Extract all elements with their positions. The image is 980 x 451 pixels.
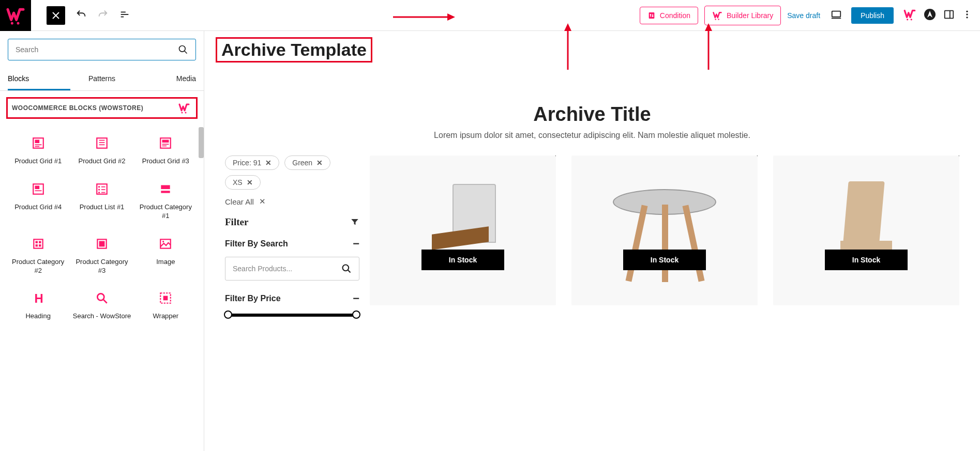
annotation-arrow-1 xyxy=(393,12,455,22)
svg-point-28 xyxy=(966,13,968,15)
filter-chip-price[interactable]: Price: 91✕ xyxy=(225,155,279,170)
tab-patterns[interactable]: Patterns xyxy=(70,68,133,90)
builder-library-button[interactable]: Builder Library xyxy=(704,6,781,25)
svg-rect-56 xyxy=(161,185,170,189)
filter-by-search-toggle[interactable]: Filter By Search − xyxy=(225,238,359,250)
collapse-icon: − xyxy=(353,293,359,304)
sidebar-scrollbar[interactable] xyxy=(199,127,204,158)
svg-rect-62 xyxy=(39,244,41,246)
svg-point-6 xyxy=(11,22,13,24)
block-product-category-1[interactable]: Product Category #1 xyxy=(134,176,198,226)
list-icon xyxy=(72,181,131,197)
product-card[interactable]: SALE! In Stock xyxy=(571,155,758,317)
top-toolbar: Condition Builder Library Save draft Pub… xyxy=(0,0,980,31)
block-product-grid-3[interactable]: Product Grid #3 xyxy=(134,130,198,171)
block-label: Product Grid #4 xyxy=(8,203,68,212)
svg-rect-64 xyxy=(99,241,105,246)
blocks-search-input[interactable] xyxy=(16,45,178,54)
wowstore-logo[interactable] xyxy=(0,0,31,31)
condition-button[interactable]: Condition xyxy=(640,7,698,24)
svg-text:H: H xyxy=(34,291,43,305)
redo-button[interactable] xyxy=(97,9,109,22)
astra-icon[interactable] xyxy=(924,8,936,23)
block-product-grid-1[interactable]: Product Grid #1 xyxy=(6,130,70,171)
svg-rect-25 xyxy=(945,10,954,18)
in-stock-button[interactable]: In Stock xyxy=(623,250,706,270)
product-card[interactable]: SALE! In Stock xyxy=(773,155,959,317)
block-label: Product Grid #1 xyxy=(8,157,68,166)
template-title-annotation: Archive Template xyxy=(216,37,372,63)
close-button[interactable] xyxy=(47,6,65,25)
svg-point-29 xyxy=(966,17,968,18)
settings-panel-button[interactable] xyxy=(943,9,955,22)
block-wrapper[interactable]: Wrapper xyxy=(134,285,198,326)
svg-point-18 xyxy=(715,19,716,20)
list-view-button[interactable] xyxy=(119,9,130,22)
product-card[interactable]: SALE! In Stock xyxy=(370,155,556,317)
in-stock-button[interactable]: In Stock xyxy=(825,250,908,270)
wowstore-icon xyxy=(176,102,192,114)
block-label: Heading xyxy=(8,312,68,321)
blocks-search-box[interactable] xyxy=(8,39,196,60)
tab-media[interactable]: Media xyxy=(133,68,196,90)
undo-button[interactable] xyxy=(76,9,87,22)
list-icon xyxy=(119,9,130,20)
price-slider[interactable] xyxy=(228,314,356,317)
category-icon xyxy=(72,236,131,252)
search-icon xyxy=(341,263,352,274)
annotation-arrow-3 xyxy=(703,23,714,70)
svg-point-66 xyxy=(162,241,164,242)
svg-point-52 xyxy=(98,189,100,190)
svg-point-22 xyxy=(907,19,908,20)
clear-all-filters[interactable]: Clear All✕ xyxy=(225,197,359,206)
options-menu-button[interactable] xyxy=(962,9,972,22)
wowstore-menu-icon[interactable] xyxy=(903,8,916,23)
sliders-icon xyxy=(647,11,656,20)
svg-marker-3 xyxy=(564,23,571,31)
block-label: Image xyxy=(136,258,195,267)
svg-line-31 xyxy=(185,51,187,54)
filter-sidebar: Price: 91✕ Green✕ XS✕ Clear All✕ Filter … xyxy=(225,155,359,317)
annotation-arrow-2 xyxy=(563,23,573,70)
block-product-category-3[interactable]: Product Category #3 xyxy=(70,231,133,281)
filter-title: Filter xyxy=(225,216,248,228)
block-product-grid-2[interactable]: Product Grid #2 xyxy=(70,130,133,171)
product-image xyxy=(571,155,758,305)
blocks-section-title: WOOCOMMERCE BLOCKS (WOWSTORE) xyxy=(12,104,143,112)
block-product-category-2[interactable]: Product Category #2 xyxy=(6,231,70,281)
blocks-sidebar: Blocks Patterns Media WOOCOMMERCE BLOCKS… xyxy=(0,31,204,451)
desktop-preview-button[interactable] xyxy=(831,9,842,22)
save-draft-link[interactable]: Save draft xyxy=(787,11,820,20)
image-icon xyxy=(136,236,195,252)
svg-point-32 xyxy=(182,112,183,114)
svg-rect-59 xyxy=(35,241,37,243)
funnel-icon xyxy=(350,217,359,227)
svg-rect-58 xyxy=(34,239,42,248)
in-stock-button[interactable]: In Stock xyxy=(421,250,504,270)
block-label: Search - WowStore xyxy=(72,312,131,321)
block-product-grid-4[interactable]: Product Grid #4 xyxy=(6,176,70,226)
undo-icon xyxy=(76,9,87,20)
search-products-input[interactable] xyxy=(233,265,341,273)
condition-label: Condition xyxy=(660,11,690,20)
svg-rect-43 xyxy=(162,140,169,143)
tab-blocks[interactable]: Blocks xyxy=(8,68,70,90)
block-product-list-1[interactable]: Product List #1 xyxy=(70,176,133,226)
wrapper-icon xyxy=(136,290,195,306)
filter-chip-green[interactable]: Green✕ xyxy=(284,155,330,170)
svg-rect-20 xyxy=(832,11,841,17)
block-heading[interactable]: H Heading xyxy=(6,285,70,326)
svg-rect-47 xyxy=(35,185,39,189)
wowstore-icon xyxy=(712,10,722,21)
slider-knob-max[interactable] xyxy=(352,310,360,319)
filter-by-price-toggle[interactable]: Filter By Price − xyxy=(225,293,359,304)
search-products-box[interactable] xyxy=(225,257,359,281)
block-image[interactable]: Image xyxy=(134,231,198,281)
more-vertical-icon xyxy=(962,9,972,20)
slider-knob-min[interactable] xyxy=(224,310,232,319)
category-icon xyxy=(8,236,68,252)
block-search[interactable]: Search - WowStore xyxy=(70,285,133,326)
filter-chip-xs[interactable]: XS✕ xyxy=(225,175,261,190)
editor-canvas[interactable]: Archive Template Archive Title Lorem ips… xyxy=(204,31,980,451)
publish-button[interactable]: Publish xyxy=(851,7,894,24)
